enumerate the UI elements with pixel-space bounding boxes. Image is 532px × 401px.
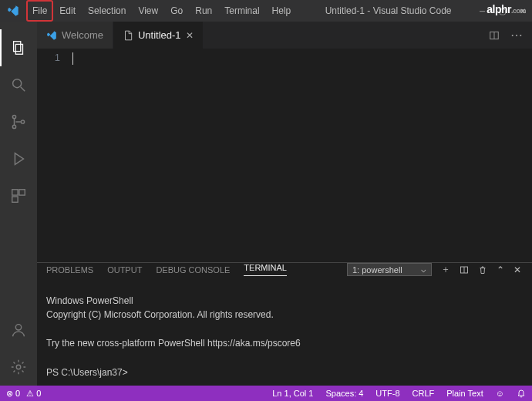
svg-line-3 [21,87,25,92]
panel-tab-debug[interactable]: DEBUG CONSOLE [156,265,230,275]
split-terminal-icon[interactable] [460,265,469,275]
status-spaces[interactable]: Spaces: 4 [325,389,363,398]
menu-selection[interactable]: Selection [82,0,132,22]
window-title: Untitled-1 - Visual Studio Code [297,5,480,16]
terminal[interactable]: Windows PowerShell Copyright (C) Microso… [37,276,532,397]
status-eol[interactable]: CRLF [412,389,435,398]
terminal-selector[interactable]: 1: powershell⌵ [347,263,432,276]
menu-edit[interactable]: Edit [53,0,82,22]
close-tab-icon[interactable]: ✕ [186,30,194,41]
menu-help[interactable]: Help [266,0,298,22]
editor[interactable]: 1 [37,49,532,262]
feedback-icon[interactable]: ☺ [496,389,504,398]
line-number: 1 [37,49,72,262]
vscode-icon [46,30,57,41]
svg-point-11 [15,325,21,330]
status-warnings[interactable]: ⚠ 0 [26,389,41,399]
settings-icon[interactable] [0,349,37,386]
titlebar: File Edit Selection View Go Run Terminal… [0,0,532,22]
status-lncol[interactable]: Ln 1, Col 1 [272,389,313,398]
panel-tab-output[interactable]: OUTPUT [107,265,142,275]
explorer-icon[interactable] [0,29,37,66]
svg-point-6 [21,120,24,123]
menu-run[interactable]: Run [189,0,218,22]
status-errors[interactable]: ⊗ 0 [6,389,20,399]
menu-view[interactable]: View [132,0,164,22]
close-panel-icon[interactable]: ✕ [513,265,521,275]
watermark: alphr.com [487,3,526,15]
panel-tab-terminal[interactable]: TERMINAL [244,263,287,276]
minimize-icon[interactable]: ─ [480,7,485,15]
file-icon [123,30,133,41]
source-control-icon[interactable] [0,103,37,140]
svg-rect-10 [12,197,18,202]
svg-rect-8 [12,190,18,195]
maximize-panel-icon[interactable]: ⌃ [497,265,504,275]
search-icon[interactable] [0,66,37,103]
code-surface[interactable] [72,49,532,262]
activity-bar [0,22,37,386]
vscode-logo-icon [0,5,26,17]
kill-terminal-icon[interactable] [478,265,487,275]
svg-point-2 [13,79,22,88]
main-area: Welcome Untitled-1 ✕ ⋯ 1 [0,22,532,386]
bell-icon[interactable] [517,389,526,398]
svg-point-4 [12,115,15,118]
menu-go[interactable]: Go [164,0,189,22]
editor-area: Welcome Untitled-1 ✕ ⋯ 1 [37,22,532,386]
accounts-icon[interactable] [0,312,37,349]
chevron-down-icon: ⌵ [421,265,426,275]
run-debug-icon[interactable] [0,140,37,177]
svg-point-12 [16,365,21,369]
svg-rect-9 [19,190,25,195]
menu-bar: File Edit Selection View Go Run Terminal… [26,0,297,22]
tab-welcome[interactable]: Welcome [37,22,113,49]
svg-marker-7 [15,153,23,165]
more-actions-icon[interactable]: ⋯ [510,28,523,42]
status-lang[interactable]: Plain Text [446,389,483,398]
status-encoding[interactable]: UTF-8 [375,389,399,398]
split-editor-icon[interactable] [489,30,500,41]
svg-point-5 [12,125,15,128]
tab-label: Welcome [62,29,103,41]
svg-rect-0 [14,42,21,52]
menu-file[interactable]: File [26,0,53,22]
editor-tabs: Welcome Untitled-1 ✕ ⋯ [37,22,532,49]
extensions-icon[interactable] [0,177,37,214]
panel-tabs: PROBLEMS OUTPUT DEBUG CONSOLE TERMINAL 1… [37,263,532,276]
bottom-panel: PROBLEMS OUTPUT DEBUG CONSOLE TERMINAL 1… [37,262,532,386]
svg-rect-1 [15,44,22,54]
status-bar: ⊗ 0 ⚠ 0 Ln 1, Col 1 Spaces: 4 UTF-8 CRLF… [0,386,532,401]
panel-tab-problems[interactable]: PROBLEMS [46,265,93,275]
menu-terminal[interactable]: Terminal [218,0,265,22]
new-terminal-icon[interactable]: ＋ [441,263,450,276]
tab-label: Untitled-1 [138,29,181,41]
tab-untitled[interactable]: Untitled-1 ✕ [113,22,204,49]
cursor [72,52,73,65]
